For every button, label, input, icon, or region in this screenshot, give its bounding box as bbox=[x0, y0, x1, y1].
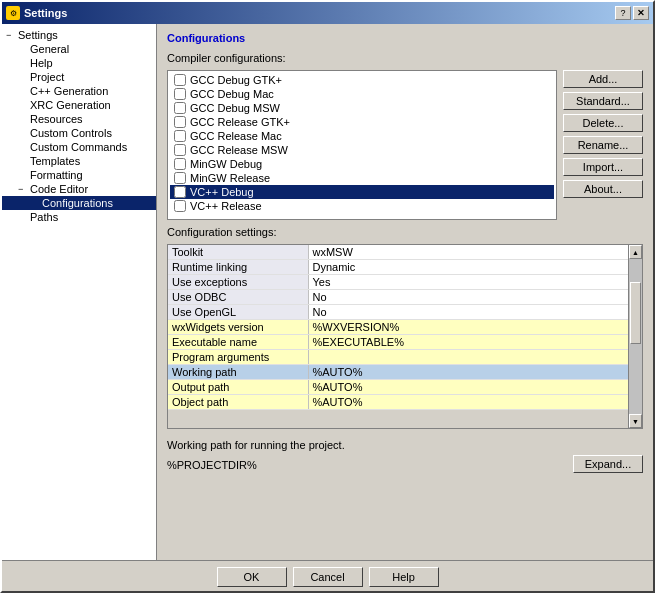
config-item-gcc-debug-mac[interactable]: GCC Debug Mac bbox=[170, 87, 554, 101]
standard-button[interactable]: Standard... bbox=[563, 92, 643, 110]
config-item-vc-release[interactable]: VC++ Release bbox=[170, 199, 554, 213]
sidebar-item-custom-controls[interactable]: Custom Controls bbox=[2, 126, 156, 140]
sidebar-item-configurations[interactable]: Configurations bbox=[2, 196, 156, 210]
settings-table-container: ToolkitwxMSWRuntime linkingDynamicUse ex… bbox=[167, 244, 643, 429]
expand-row: %PROJECTDIR% Expand... bbox=[167, 455, 643, 473]
about-button[interactable]: About... bbox=[563, 180, 643, 198]
sidebar-item-general[interactable]: General bbox=[2, 42, 156, 56]
settings-value: No bbox=[308, 305, 642, 320]
sidebar-item-label-general: General bbox=[30, 43, 69, 55]
config-settings-label: Configuration settings: bbox=[167, 226, 643, 238]
sidebar-item-paths[interactable]: Paths bbox=[2, 210, 156, 224]
configs-row: GCC Debug GTK+GCC Debug MacGCC Debug MSW… bbox=[167, 70, 643, 220]
settings-table: ToolkitwxMSWRuntime linkingDynamicUse ex… bbox=[168, 245, 642, 410]
config-checkbox-mingw-debug[interactable] bbox=[174, 158, 186, 170]
sidebar-item-label-help: Help bbox=[30, 57, 53, 69]
sidebar-item-xrc-generation[interactable]: XRC Generation bbox=[2, 98, 156, 112]
expand-button[interactable]: Expand... bbox=[573, 455, 643, 473]
sidebar-item-label-resources: Resources bbox=[30, 113, 83, 125]
title-bar-left: ⚙ Settings bbox=[6, 6, 67, 20]
scroll-thumb[interactable] bbox=[630, 282, 641, 344]
settings-row[interactable]: Use OpenGLNo bbox=[168, 305, 642, 320]
sidebar-item-resources[interactable]: Resources bbox=[2, 112, 156, 126]
config-checkbox-mingw-release[interactable] bbox=[174, 172, 186, 184]
sidebar-item-label-project: Project bbox=[30, 71, 64, 83]
config-item-gcc-release-mac[interactable]: GCC Release Mac bbox=[170, 129, 554, 143]
settings-row[interactable]: Working path%AUTO% bbox=[168, 365, 642, 380]
config-checkbox-gcc-debug-gtk[interactable] bbox=[174, 74, 186, 86]
config-label-mingw-debug: MinGW Debug bbox=[190, 158, 262, 170]
sidebar-item-help[interactable]: Help bbox=[2, 56, 156, 70]
settings-row[interactable]: wxWidgets version%WXVERSION% bbox=[168, 320, 642, 335]
config-checkbox-gcc-debug-msw[interactable] bbox=[174, 102, 186, 114]
scroll-down-button[interactable]: ▼ bbox=[629, 414, 642, 428]
help-title-button[interactable]: ? bbox=[615, 6, 631, 20]
bottom-buttons: OK Cancel Help bbox=[2, 560, 653, 591]
config-checkbox-vc-debug[interactable] bbox=[174, 186, 186, 198]
settings-table-scroll[interactable]: ToolkitwxMSWRuntime linkingDynamicUse ex… bbox=[168, 245, 642, 428]
settings-key: Use exceptions bbox=[168, 275, 308, 290]
config-label-gcc-release-gtk: GCC Release GTK+ bbox=[190, 116, 290, 128]
sidebar-item-label-cpp-generation: C++ Generation bbox=[30, 85, 108, 97]
sidebar-item-project[interactable]: Project bbox=[2, 70, 156, 84]
config-item-gcc-debug-msw[interactable]: GCC Debug MSW bbox=[170, 101, 554, 115]
ok-button[interactable]: OK bbox=[217, 567, 287, 587]
delete-button[interactable]: Delete... bbox=[563, 114, 643, 132]
config-label-vc-debug: VC++ Debug bbox=[190, 186, 254, 198]
compiler-configs-list[interactable]: GCC Debug GTK+GCC Debug MacGCC Debug MSW… bbox=[167, 70, 557, 220]
settings-key: Output path bbox=[168, 380, 308, 395]
config-item-gcc-release-gtk[interactable]: GCC Release GTK+ bbox=[170, 115, 554, 129]
settings-row[interactable]: Use ODBCNo bbox=[168, 290, 642, 305]
rename-button[interactable]: Rename... bbox=[563, 136, 643, 154]
config-checkbox-gcc-release-mac[interactable] bbox=[174, 130, 186, 142]
close-title-button[interactable]: ✕ bbox=[633, 6, 649, 20]
settings-key: Runtime linking bbox=[168, 260, 308, 275]
config-item-vc-debug[interactable]: VC++ Debug bbox=[170, 185, 554, 199]
config-item-gcc-release-msw[interactable]: GCC Release MSW bbox=[170, 143, 554, 157]
settings-row[interactable]: Output path%AUTO% bbox=[168, 380, 642, 395]
config-item-mingw-debug[interactable]: MinGW Debug bbox=[170, 157, 554, 171]
main-panel: Configurations Compiler configurations: … bbox=[157, 24, 653, 560]
sidebar-item-label-custom-commands: Custom Commands bbox=[30, 141, 127, 153]
collapse-icon: − bbox=[18, 184, 28, 194]
settings-row[interactable]: Object path%AUTO% bbox=[168, 395, 642, 410]
settings-row[interactable]: Use exceptionsYes bbox=[168, 275, 642, 290]
sidebar-item-label-xrc-generation: XRC Generation bbox=[30, 99, 111, 111]
collapse-icon: − bbox=[6, 30, 16, 40]
config-checkbox-gcc-release-gtk[interactable] bbox=[174, 116, 186, 128]
cancel-button[interactable]: Cancel bbox=[293, 567, 363, 587]
settings-key: Working path bbox=[168, 365, 308, 380]
sidebar-item-custom-commands[interactable]: Custom Commands bbox=[2, 140, 156, 154]
config-item-mingw-release[interactable]: MinGW Release bbox=[170, 171, 554, 185]
settings-value: %EXECUTABLE% bbox=[308, 335, 642, 350]
main-content: −SettingsGeneralHelpProjectC++ Generatio… bbox=[2, 24, 653, 560]
config-checkbox-gcc-debug-mac[interactable] bbox=[174, 88, 186, 100]
settings-key: Program arguments bbox=[168, 350, 308, 365]
sidebar-item-code-editor[interactable]: −Code Editor bbox=[2, 182, 156, 196]
config-checkbox-vc-release[interactable] bbox=[174, 200, 186, 212]
scroll-up-button[interactable]: ▲ bbox=[629, 245, 642, 259]
help-button[interactable]: Help bbox=[369, 567, 439, 587]
sidebar-item-cpp-generation[interactable]: C++ Generation bbox=[2, 84, 156, 98]
title-bar: ⚙ Settings ? ✕ bbox=[2, 2, 653, 24]
sidebar-item-formatting[interactable]: Formatting bbox=[2, 168, 156, 182]
settings-value: %AUTO% bbox=[308, 395, 642, 410]
config-item-gcc-debug-gtk[interactable]: GCC Debug GTK+ bbox=[170, 73, 554, 87]
title-buttons: ? ✕ bbox=[615, 6, 649, 20]
settings-row[interactable]: Runtime linkingDynamic bbox=[168, 260, 642, 275]
description-text: Working path for running the project. bbox=[167, 439, 643, 451]
sidebar-item-label-custom-controls: Custom Controls bbox=[30, 127, 112, 139]
settings-scrollbar[interactable]: ▲ ▼ bbox=[628, 245, 642, 428]
import-button[interactable]: Import... bbox=[563, 158, 643, 176]
settings-row[interactable]: Executable name%EXECUTABLE% bbox=[168, 335, 642, 350]
window-title: Settings bbox=[24, 7, 67, 19]
settings-row[interactable]: ToolkitwxMSW bbox=[168, 245, 642, 260]
settings-key: Object path bbox=[168, 395, 308, 410]
sidebar-item-label-paths: Paths bbox=[30, 211, 58, 223]
add-button[interactable]: Add... bbox=[563, 70, 643, 88]
settings-row[interactable]: Program arguments bbox=[168, 350, 642, 365]
sidebar-item-templates[interactable]: Templates bbox=[2, 154, 156, 168]
config-checkbox-gcc-release-msw[interactable] bbox=[174, 144, 186, 156]
settings-value: Yes bbox=[308, 275, 642, 290]
sidebar-item-settings[interactable]: −Settings bbox=[2, 28, 156, 42]
